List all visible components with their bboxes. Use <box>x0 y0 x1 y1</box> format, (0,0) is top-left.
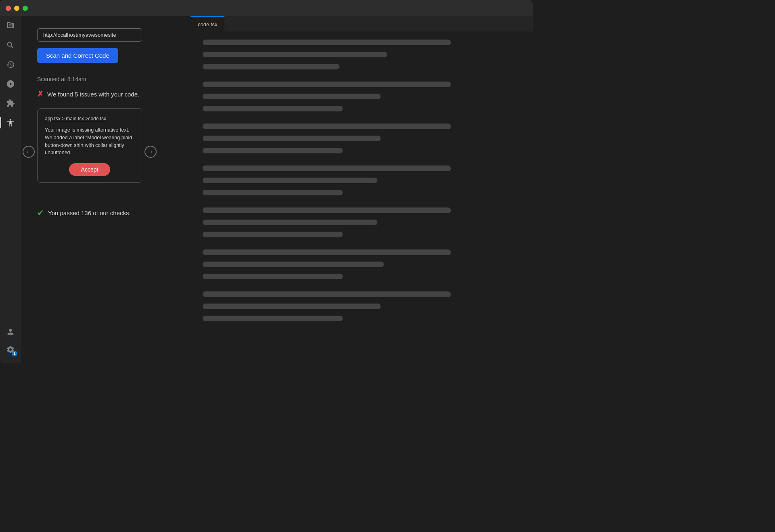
passed-text: You passed 136 of our checks. <box>48 209 131 216</box>
extensions-icon[interactable] <box>5 98 16 109</box>
settings-badge: 1 <box>12 351 17 356</box>
minimize-button[interactable] <box>14 6 19 11</box>
card-description: Your image is missing alternative text. … <box>45 126 134 157</box>
code-line <box>203 40 451 45</box>
code-group-4 <box>203 165 521 195</box>
issue-card: app.tsx > main.tsx >code.tsx Your image … <box>37 108 142 183</box>
code-line <box>203 148 343 153</box>
left-panel: Scan and Correct Code Scanned at 8:14am … <box>21 16 191 363</box>
code-line <box>203 274 343 279</box>
titlebar <box>0 0 533 16</box>
account-icon[interactable] <box>5 326 16 337</box>
code-line <box>203 207 451 213</box>
right-panel: code.tsx <box>191 16 533 363</box>
accessibility-icon[interactable] <box>5 117 16 128</box>
url-input[interactable] <box>37 28 142 42</box>
code-line <box>203 64 339 69</box>
accept-button[interactable]: Accept <box>69 163 111 176</box>
app-container: 1 Scan and Correct Code Scanned at 8:14a… <box>0 16 533 363</box>
tab-code-tsx[interactable]: code.tsx <box>191 16 224 31</box>
next-issue-button[interactable]: → <box>145 146 157 158</box>
source-control-icon[interactable] <box>5 59 16 70</box>
code-line <box>203 94 381 99</box>
code-line <box>203 291 451 297</box>
code-line <box>203 178 377 183</box>
code-area[interactable] <box>191 31 533 363</box>
scan-button[interactable]: Scan and Correct Code <box>37 48 118 63</box>
sidebar: 1 <box>0 16 21 363</box>
close-button[interactable] <box>6 6 11 11</box>
code-line <box>203 220 377 225</box>
code-group-7 <box>203 291 521 321</box>
check-icon: ✔ <box>37 208 44 218</box>
code-line <box>203 316 343 321</box>
code-line <box>203 136 381 141</box>
code-line <box>203 249 451 255</box>
code-line <box>203 304 381 309</box>
code-group-5 <box>203 207 521 237</box>
maximize-button[interactable] <box>23 6 28 11</box>
run-debug-icon[interactable] <box>5 78 16 90</box>
issues-text: We found 5 issues with your code. <box>47 91 139 98</box>
card-breadcrumb: app.tsx > main.tsx >code.tsx <box>45 116 134 121</box>
passed-row: ✔ You passed 136 of our checks. <box>37 208 174 218</box>
sidebar-bottom: 1 <box>5 326 16 359</box>
files-icon[interactable] <box>5 20 16 31</box>
code-group-3 <box>203 124 521 153</box>
code-line <box>203 232 343 237</box>
scanned-at-text: Scanned at 8:14am <box>37 76 174 82</box>
sidebar-top <box>5 20 16 128</box>
code-group-1 <box>203 40 521 69</box>
code-line <box>203 165 451 171</box>
code-line <box>203 52 387 57</box>
prev-issue-button[interactable]: ← <box>23 146 35 158</box>
code-line <box>203 262 384 267</box>
settings-icon[interactable]: 1 <box>5 344 16 355</box>
code-line <box>203 82 451 87</box>
error-icon: ✗ <box>37 90 43 98</box>
issues-row: ✗ We found 5 issues with your code. <box>37 90 174 98</box>
code-line <box>203 106 343 111</box>
search-icon[interactable] <box>5 40 16 51</box>
code-line <box>203 124 451 129</box>
code-group-2 <box>203 82 521 111</box>
code-group-6 <box>203 249 521 279</box>
code-line <box>203 190 343 195</box>
tabs-bar: code.tsx <box>191 16 533 31</box>
